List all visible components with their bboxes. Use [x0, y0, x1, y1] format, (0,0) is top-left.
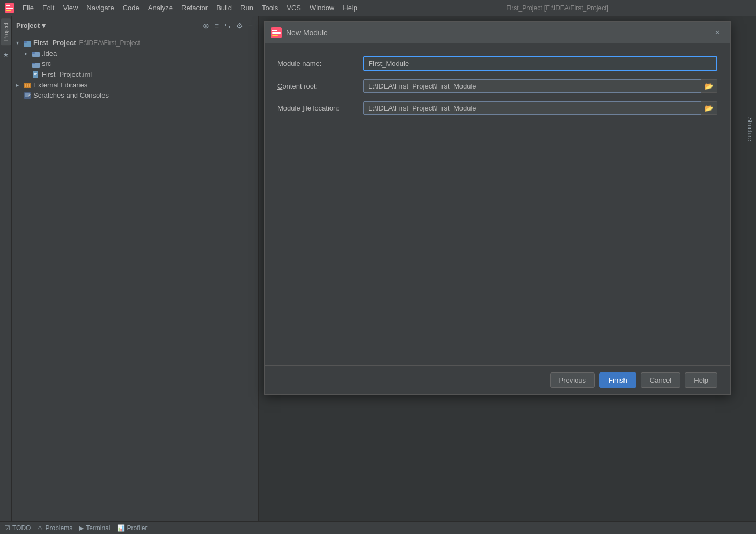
svg-rect-5 — [24, 41, 27, 43]
project-root-path: E:\IDEA\First_Project — [79, 39, 140, 47]
locate-icon[interactable]: ⊕ — [202, 20, 210, 31]
menu-edit[interactable]: Edit — [39, 3, 57, 13]
expand-all-icon[interactable]: ≡ — [214, 20, 220, 31]
content-root-input[interactable] — [363, 79, 701, 93]
todo-icon: ☑ — [4, 524, 10, 532]
left-sidebar: Project ★ — [0, 16, 12, 521]
scratches-icon — [24, 91, 31, 100]
project-toolbar: ⊕ ≡ ⇆ ⚙ − — [202, 20, 254, 31]
profiler-label: Profiler — [127, 524, 148, 532]
terminal-status[interactable]: ▶ Terminal — [79, 524, 110, 532]
app-logo — [4, 3, 15, 13]
module-name-row: Module name: — [277, 56, 717, 71]
modal-overlay: New Module × Module name: — [259, 16, 756, 521]
svg-rect-11 — [34, 72, 37, 72]
menu-file[interactable]: File — [19, 3, 37, 13]
project-panel-title: Project ▾ — [16, 21, 46, 30]
tree-item-idea[interactable]: ▸ .idea — [12, 48, 258, 59]
module-name-input[interactable] — [363, 56, 717, 71]
dialog-logo — [271, 27, 282, 38]
tree-arrow-ext-libs: ▸ — [16, 82, 24, 88]
svg-rect-12 — [34, 73, 37, 74]
menu-vcs[interactable]: VCS — [283, 3, 304, 13]
module-file-location-row: Module file location: 📂 — [277, 101, 717, 115]
problems-label: Problems — [45, 524, 72, 532]
previous-button[interactable]: Previous — [550, 372, 596, 388]
module-file-location-input[interactable] — [363, 101, 701, 115]
svg-rect-18 — [24, 92, 31, 99]
menu-code[interactable]: Code — [120, 3, 143, 13]
svg-rect-24 — [272, 30, 277, 31]
scratches-label: Scratches and Consoles — [33, 91, 109, 99]
module-file-location-browse-button[interactable]: 📂 — [701, 101, 717, 115]
structure-panel: Structure — [744, 113, 756, 145]
content-root-container: 📂 — [363, 79, 717, 93]
menu-bar: File Edit View Navigate Code Analyze Ref… — [0, 0, 756, 16]
ext-libs-icon — [24, 81, 31, 89]
tree-item-src[interactable]: src — [12, 58, 258, 69]
svg-rect-3 — [6, 10, 11, 11]
project-panel: Project ▾ ⊕ ≡ ⇆ ⚙ − ▾ — [12, 16, 259, 521]
menu-run[interactable]: Run — [237, 3, 256, 13]
dialog-title: New Module — [286, 28, 711, 37]
svg-rect-16 — [27, 84, 28, 87]
browse-folder-icon-2: 📂 — [704, 104, 714, 112]
profiler-icon: 📊 — [117, 524, 125, 532]
terminal-icon: ▶ — [79, 524, 84, 532]
svg-rect-7 — [32, 52, 35, 54]
idea-folder-icon — [32, 49, 40, 58]
menu-help[interactable]: Help — [340, 3, 361, 13]
problems-icon: ⚠ — [37, 524, 43, 532]
dialog-body: Module name: Content root: — [265, 43, 730, 365]
svg-rect-2 — [6, 5, 10, 6]
menu-analyze[interactable]: Analyze — [145, 3, 176, 13]
ide-window: File Edit View Navigate Code Analyze Ref… — [0, 0, 756, 534]
minimize-icon[interactable]: − — [247, 20, 254, 31]
svg-rect-9 — [32, 63, 35, 64]
menu-tools[interactable]: Tools — [259, 3, 281, 13]
module-file-location-container: 📂 — [363, 101, 717, 115]
tree-arrow-idea: ▸ — [25, 50, 32, 56]
project-title-bar: Project ▾ ⊕ ≡ ⇆ ⚙ − — [12, 16, 258, 35]
terminal-label: Terminal — [86, 524, 110, 532]
settings-icon[interactable]: ⚙ — [235, 20, 244, 31]
svg-rect-17 — [29, 84, 30, 87]
module-file-location-label: Module file location: — [277, 104, 363, 112]
problems-status[interactable]: ⚠ Problems — [37, 524, 72, 532]
project-root-label: First_Project — [33, 39, 76, 47]
content-root-browse-button[interactable]: 📂 — [701, 79, 717, 93]
project-folder-icon — [24, 39, 31, 47]
cancel-button[interactable]: Cancel — [641, 372, 680, 388]
help-button[interactable]: Help — [685, 372, 717, 388]
collapse-all-icon[interactable]: ⇆ — [223, 20, 232, 31]
dialog-close-button[interactable]: × — [711, 26, 724, 39]
dialog-footer: Previous Finish Cancel Help — [265, 365, 730, 394]
finish-button[interactable]: Finish — [599, 372, 636, 388]
tree-item-iml[interactable]: First_Project.iml — [12, 69, 258, 80]
tree-item-first-project[interactable]: ▾ First_Project E:\IDEA\First_Project — [12, 38, 258, 48]
project-tab[interactable]: Project — [1, 18, 11, 45]
profiler-status[interactable]: 📊 Profiler — [117, 524, 148, 532]
content-root-row: Content root: 📂 — [277, 79, 717, 93]
svg-rect-13 — [34, 74, 36, 75]
menu-view[interactable]: View — [60, 3, 81, 13]
svg-rect-1 — [6, 8, 13, 9]
menu-refactor[interactable]: Refactor — [178, 3, 211, 13]
svg-rect-25 — [272, 35, 278, 36]
new-module-dialog: New Module × Module name: — [264, 21, 731, 395]
ext-libs-label: External Libraries — [33, 81, 87, 89]
structure-tab[interactable]: Structure — [745, 113, 755, 145]
content-area: Project ★ Project ▾ ⊕ ≡ ⇆ ⚙ − — [0, 16, 756, 521]
favorites-star[interactable]: ★ — [1, 49, 11, 61]
todo-status[interactable]: ☑ TODO — [4, 524, 31, 532]
todo-label: TODO — [12, 524, 31, 532]
dialog-title-bar: New Module × — [265, 22, 730, 43]
idea-folder-label: .idea — [42, 49, 57, 57]
menu-navigate[interactable]: Navigate — [83, 3, 117, 13]
module-name-container — [363, 56, 717, 71]
menu-build[interactable]: Build — [213, 3, 235, 13]
tree-item-scratches[interactable]: Scratches and Consoles — [12, 90, 258, 101]
tree-item-ext-libs[interactable]: ▸ External Libraries — [12, 79, 258, 90]
menu-window[interactable]: Window — [306, 3, 337, 13]
module-file-location-field-group: 📂 — [363, 101, 717, 115]
